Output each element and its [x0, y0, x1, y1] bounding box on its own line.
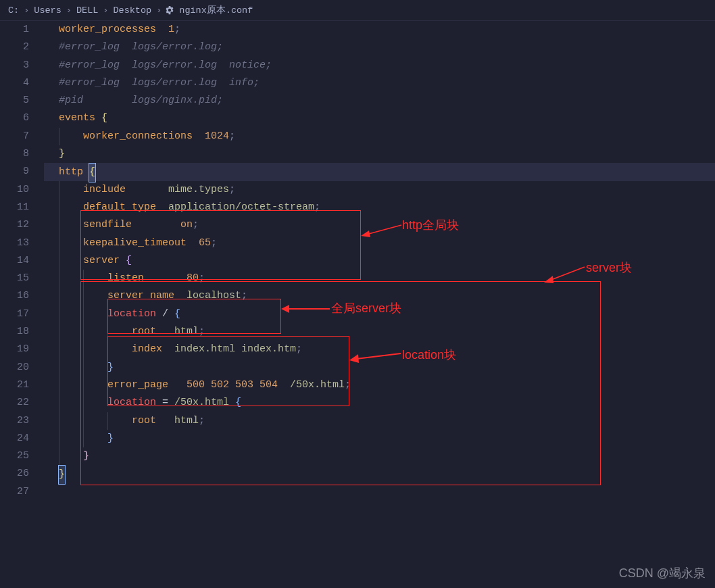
line-number: 27 [0, 483, 29, 501]
breadcrumb-filename[interactable]: nginx原本.conf [178, 4, 254, 16]
line-number: 6 [0, 109, 29, 127]
code-line[interactable]: worker_processes 1; [44, 21, 715, 39]
code-line[interactable]: location / { [44, 305, 715, 323]
code-line[interactable]: default_type application/octet-stream; [44, 199, 715, 216]
line-number: 13 [0, 235, 29, 252]
line-number: 25 [0, 447, 29, 465]
code-line[interactable]: #error_log logs/error.log; [44, 39, 715, 56]
line-number-gutter: 1234567891011121314151617181920212223242… [0, 21, 44, 501]
code-line[interactable]: #error_log logs/error.log info; [44, 74, 715, 92]
code-line[interactable]: } [44, 145, 715, 163]
code-line[interactable]: } [44, 359, 715, 376]
watermark: CSDN @竭永泉 [619, 565, 706, 581]
code-line[interactable]: } [44, 430, 715, 447]
code-line[interactable] [44, 483, 715, 501]
line-number: 12 [0, 216, 29, 234]
breadcrumb-seg[interactable]: DELL [75, 5, 99, 16]
breadcrumb-seg[interactable]: C: [7, 5, 20, 16]
line-number: 17 [0, 305, 29, 323]
code-line[interactable]: worker_connections 1024; [44, 128, 715, 145]
line-number: 9 [0, 163, 29, 180]
breadcrumb-seg[interactable]: Users [32, 5, 63, 16]
line-number: 26 [0, 465, 29, 483]
code-editor[interactable]: 1234567891011121314151617181920212223242… [0, 21, 715, 501]
line-number: 7 [0, 128, 29, 145]
line-number: 2 [0, 39, 29, 56]
line-number: 19 [0, 341, 29, 358]
code-line[interactable]: server_name localhost; [44, 287, 715, 305]
line-number: 1 [0, 21, 29, 39]
breadcrumb-sep: › [20, 5, 32, 16]
code-line[interactable]: index index.html index.htm; [44, 341, 715, 358]
line-number: 8 [0, 145, 29, 163]
line-number: 15 [0, 270, 29, 287]
line-number: 11 [0, 199, 29, 216]
code-line[interactable]: } [44, 465, 715, 483]
breadcrumb-sep: › [63, 5, 75, 16]
code-line[interactable]: location = /50x.html { [44, 394, 715, 412]
code-line[interactable]: listen 80; [44, 270, 715, 287]
code-line[interactable]: } [44, 447, 715, 465]
line-number: 3 [0, 57, 29, 74]
line-number: 10 [0, 181, 29, 199]
breadcrumb-seg[interactable]: Desktop [112, 5, 153, 16]
code-line[interactable]: #error_log logs/error.log notice; [44, 57, 715, 74]
code-line[interactable]: #pid logs/nginx.pid; [44, 92, 715, 109]
line-number: 24 [0, 430, 29, 447]
line-number: 22 [0, 394, 29, 412]
code-line[interactable]: http { [44, 163, 715, 180]
line-number: 14 [0, 252, 29, 270]
breadcrumb[interactable]: C: › Users › DELL › Desktop › nginx原本.co… [0, 0, 715, 21]
line-number: 21 [0, 376, 29, 394]
breadcrumb-sep: › [153, 5, 165, 16]
line-number: 20 [0, 359, 29, 376]
line-number: 16 [0, 287, 29, 305]
line-number: 18 [0, 323, 29, 341]
breadcrumb-sep: › [99, 5, 112, 16]
line-number: 23 [0, 412, 29, 430]
code-line[interactable]: include mime.types; [44, 181, 715, 199]
code-line[interactable]: events { [44, 109, 715, 127]
code-line[interactable]: keepalive_timeout 65; [44, 235, 715, 252]
code-area[interactable]: worker_processes 1;#error_log logs/error… [44, 21, 715, 501]
code-line[interactable]: error_page 500 502 503 504 /50x.html; [44, 376, 715, 394]
gear-icon [165, 5, 174, 15]
line-number: 4 [0, 74, 29, 92]
code-line[interactable]: server { [44, 252, 715, 270]
code-line[interactable]: sendfile on; [44, 216, 715, 234]
code-line[interactable]: root html; [44, 323, 715, 341]
code-line[interactable]: root html; [44, 412, 715, 430]
line-number: 5 [0, 92, 29, 109]
